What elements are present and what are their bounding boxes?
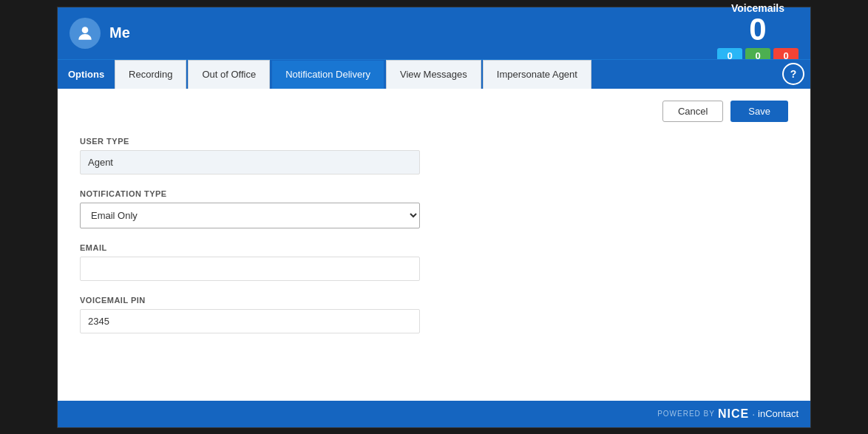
tab-out-of-office[interactable]: Out of Office	[188, 60, 270, 89]
voicemail-pin-input[interactable]	[80, 309, 420, 333]
notification-type-select[interactable]: Email Only SMS Only Email and SMS None	[80, 203, 420, 228]
svg-point-0	[82, 27, 89, 33]
tab-recording[interactable]: Recording	[115, 60, 186, 89]
cancel-button[interactable]: Cancel	[662, 101, 723, 122]
voicemails-panel: Voicemails 0 0 0 0	[717, 2, 799, 64]
incontact-logo: inContact	[758, 408, 799, 419]
tab-notification-delivery[interactable]: Notification Delivery	[271, 60, 384, 89]
action-bar: Cancel Save	[80, 101, 788, 122]
avatar	[69, 18, 101, 49]
voicemail-pin-label: VOICEMAIL PIN	[80, 296, 788, 305]
voicemails-count: 0	[717, 14, 799, 45]
dot-separator: ·	[752, 408, 755, 420]
nav-tabs: Recording Out of Office Notification Del…	[115, 60, 776, 89]
tab-view-messages[interactable]: View Messages	[386, 60, 481, 89]
header: Me Voicemails 0 0 0 0	[58, 7, 810, 59]
notification-type-group: NOTIFICATION TYPE Email Only SMS Only Em…	[80, 189, 788, 228]
header-left: Me	[69, 18, 130, 49]
nav-bar: Options Recording Out of Office Notifica…	[58, 59, 810, 89]
powered-by-text: POWERED BY	[657, 410, 715, 418]
footer: POWERED BY NICE · inContact	[58, 401, 810, 427]
help-button[interactable]: ?	[782, 63, 804, 85]
email-label: EMAIL	[80, 243, 788, 252]
notification-type-label: NOTIFICATION TYPE	[80, 189, 788, 198]
powered-by: POWERED BY NICE · inContact	[657, 407, 799, 421]
user-type-label: USER TYPE	[80, 137, 788, 146]
email-input[interactable]	[80, 257, 420, 281]
tab-impersonate-agent[interactable]: Impersonate Agent	[483, 60, 591, 89]
user-type-input[interactable]	[80, 150, 420, 174]
save-button[interactable]: Save	[730, 101, 788, 122]
content-area: Cancel Save USER TYPE NOTIFICATION TYPE …	[58, 89, 810, 401]
voicemail-pin-group: VOICEMAIL PIN	[80, 296, 788, 333]
options-label: Options	[58, 69, 115, 80]
nice-logo: NICE	[718, 407, 749, 421]
user-type-group: USER TYPE	[80, 137, 788, 174]
email-group: EMAIL	[80, 243, 788, 281]
user-name: Me	[109, 24, 130, 41]
